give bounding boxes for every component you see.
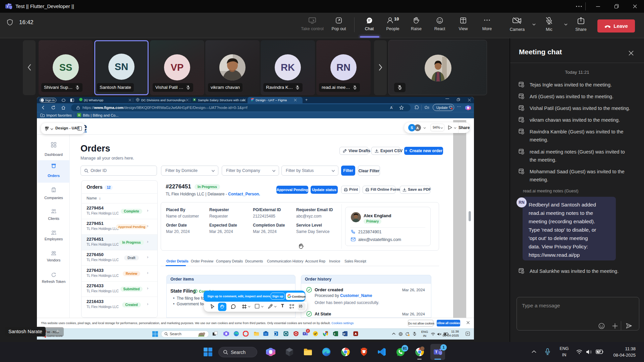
svg-text:T: T (435, 350, 437, 354)
